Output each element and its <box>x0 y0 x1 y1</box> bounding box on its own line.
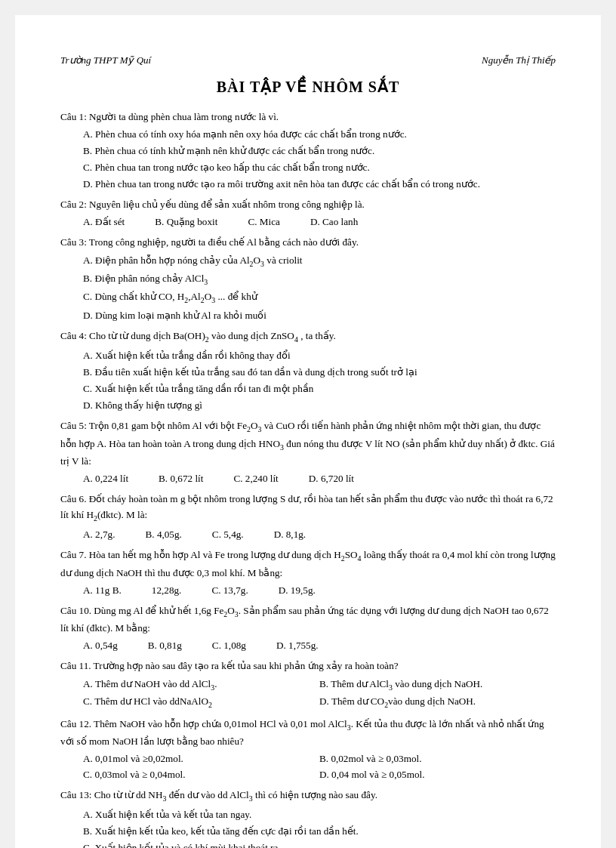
question-2-text: Câu 2: Nguyên liệu chủ yếu dùng để sản x… <box>60 196 556 212</box>
page-title: BÀI TẬP VỀ NHÔM SẮT <box>60 76 556 98</box>
question-2: Câu 2: Nguyên liệu chủ yếu dùng để sản x… <box>60 196 556 230</box>
q3-option-d: D. Dùng kim loại mạnh khử Al ra khỏi muố… <box>83 307 556 323</box>
q4-option-d: D. Không thấy hiện tượng gì <box>83 397 556 413</box>
q7-option-b: 12,28g. <box>152 582 182 598</box>
q7-option-d: D. 19,5g. <box>279 582 316 598</box>
question-3-text: Câu 3: Trong công nghiệp, người ta điều … <box>60 234 556 250</box>
q10-option-d: D. 1,755g. <box>276 637 319 653</box>
q3-option-b: B. Điện phân nóng chảy AlCl3 <box>83 270 556 288</box>
question-13-text: Câu 13: Cho từ từ dd NH3 đến dư vào dd A… <box>60 787 556 804</box>
question-12-text: Câu 12. Thêm NaOH vào hỗn hợp chứa 0,01m… <box>60 716 556 750</box>
q4-option-b: B. Đầu tiên xuất hiện kết tủa trắng sau … <box>83 364 556 380</box>
q5-option-a: A. 0,224 lít <box>83 470 128 486</box>
q11-option-a: A. Thêm dư NaOH vào dd AlCl3. <box>83 676 319 693</box>
question-5-options: A. 0,224 lít B. 0,672 lít C. 2,240 lít D… <box>60 470 556 486</box>
q3-option-a: A. Điện phân hỗn hợp nóng chảy của Al2O3… <box>83 252 556 270</box>
q12-option-d: D. 0,04 mol và ≥ 0,05mol. <box>319 766 556 782</box>
q12-option-b: B. 0,02mol và ≥ 0,03mol. <box>319 751 556 766</box>
question-12: Câu 12. Thêm NaOH vào hỗn hợp chứa 0,01m… <box>60 716 556 783</box>
q10-option-a: A. 0,54g <box>83 637 118 653</box>
question-1-options: A. Phèn chua có tính oxy hóa mạnh nên ox… <box>60 126 556 193</box>
q5-option-d: D. 6,720 lít <box>309 470 354 486</box>
question-13: Câu 13: Cho từ từ dd NH3 đến dư vào dd A… <box>60 787 556 848</box>
question-3: Câu 3: Trong công nghiệp, người ta điều … <box>60 234 556 323</box>
q12-option-c: C. 0,03mol và ≥ 0,04mol. <box>83 766 319 782</box>
question-11-options: A. Thêm dư NaOH vào dd AlCl3. B. Thêm dư… <box>60 676 556 711</box>
question-7: Câu 7. Hòa tan hết mg hỗn hợp Al và Fe t… <box>60 547 556 598</box>
q2-option-a: A. Đất sét <box>83 214 125 230</box>
q10-option-c: C. 1,08g <box>212 637 246 653</box>
question-6: Câu 6. Đốt cháy hoàn toàn m g bột nhôm t… <box>60 491 556 542</box>
question-10-options: A. 0,54g B. 0,81g C. 1,08g D. 1,755g. <box>60 637 556 653</box>
page: Trường THPT Mỹ Quí Nguyễn Thị Thiếp BÀI … <box>15 15 601 848</box>
page-header: Trường THPT Mỹ Quí Nguyễn Thị Thiếp <box>60 53 556 68</box>
question-10: Câu 10. Dùng mg Al để khử hết 1,6g Fe2O3… <box>60 603 556 654</box>
q11-option-b: B. Thêm dư AlCl3 vào dung dịch NaOH. <box>319 676 556 693</box>
q6-option-d: D. 8,1g. <box>274 526 306 542</box>
q3-option-c: C. Dùng chất khử CO, H2,Al2O3 ... để khử <box>83 288 556 306</box>
question-11: Câu 11. Trường hợp nào sau đây tạo ra kế… <box>60 658 556 711</box>
q13-option-a: A. Xuất hiện kết tủa và kết tủa tan ngay… <box>83 806 556 822</box>
q1-option-a: A. Phèn chua có tính oxy hóa mạnh nên ox… <box>83 126 556 142</box>
q13-option-c: C. Xuất hiện kết tủa và có khí mùi khai … <box>83 840 556 848</box>
q4-option-a: A. Xuất hiện kết tủa trắng dần rồi không… <box>83 347 556 363</box>
school-name: Trường THPT Mỹ Quí <box>60 53 151 68</box>
question-11-text: Câu 11. Trường hợp nào sau đây tạo ra kế… <box>60 658 556 674</box>
q1-option-d: D. Phèn chua tan trong nước tạo ra môi t… <box>83 176 556 192</box>
question-3-options: A. Điện phân hỗn hợp nóng chảy của Al2O3… <box>60 252 556 324</box>
question-4: Câu 4: Cho từ từ dung dịch Ba(OH)2 vào d… <box>60 328 556 413</box>
q12-option-a: A. 0,01mol và ≥0,02mol. <box>83 751 319 766</box>
question-6-text: Câu 6. Đốt cháy hoàn toàn m g bột nhôm t… <box>60 491 556 525</box>
question-13-options: A. Xuất hiện kết tủa và kết tủa tan ngay… <box>60 806 556 848</box>
question-5: Câu 5: Trộn 0,81 gam bột nhôm Al với bột… <box>60 418 556 486</box>
question-4-text: Câu 4: Cho từ từ dung dịch Ba(OH)2 vào d… <box>60 328 556 345</box>
q6-option-b: B. 4,05g. <box>146 526 182 542</box>
q10-option-b: B. 0,81g <box>148 637 182 653</box>
q5-option-b: B. 0,672 lít <box>159 470 203 486</box>
q2-option-c: C. Mica <box>248 214 280 230</box>
question-4-options: A. Xuất hiện kết tủa trắng dần rồi không… <box>60 347 556 414</box>
content: Câu 1: Người ta dùng phèn chua làm trong… <box>60 109 556 849</box>
question-12-options: A. 0,01mol và ≥0,02mol. B. 0,02mol và ≥ … <box>60 751 556 782</box>
q11-option-d: D. Thêm dư CO2vào dung dịch NaOH. <box>319 693 556 711</box>
question-5-text: Câu 5: Trộn 0,81 gam bột nhôm Al với bột… <box>60 418 556 469</box>
q2-option-d: D. Cao lanh <box>310 214 358 230</box>
teacher-name: Nguyễn Thị Thiếp <box>482 53 556 68</box>
q6-option-a: A. 2,7g. <box>83 526 116 542</box>
question-2-options: A. Đất sét B. Quặng boxit C. Mica D. Cao… <box>60 214 556 230</box>
question-6-options: A. 2,7g. B. 4,05g. C. 5,4g. D. 8,1g. <box>60 526 556 542</box>
q7-option-c: C. 13,7g. <box>211 582 248 598</box>
question-1-text: Câu 1: Người ta dùng phèn chua làm trong… <box>60 109 556 125</box>
question-1: Câu 1: Người ta dùng phèn chua làm trong… <box>60 109 556 193</box>
q1-option-b: B. Phèn chua có tính khử mạnh nên khử đư… <box>83 143 556 159</box>
q7-option-a: A. 11g B. <box>83 582 122 598</box>
q6-option-c: C. 5,4g. <box>212 526 244 542</box>
q2-option-b: B. Quặng boxit <box>155 214 217 230</box>
question-7-text: Câu 7. Hòa tan hết mg hỗn hợp Al và Fe t… <box>60 547 556 581</box>
q4-option-c: C. Xuất hiện kết tủa trắng tăng dần rồi … <box>83 381 556 396</box>
q5-option-c: C. 2,240 lít <box>233 470 278 486</box>
question-10-text: Câu 10. Dùng mg Al để khử hết 1,6g Fe2O3… <box>60 603 556 637</box>
q13-option-b: B. Xuất hiện kết tủa keo, kết tủa tăng đ… <box>83 823 556 839</box>
q11-option-c: C. Thêm dư HCl vào ddNaAlO2 <box>83 693 319 711</box>
q1-option-c: C. Phèn chua tan trong nước tạo keo hấp … <box>83 159 556 175</box>
question-7-options: A. 11g B. 12,28g. C. 13,7g. D. 19,5g. <box>60 582 556 598</box>
